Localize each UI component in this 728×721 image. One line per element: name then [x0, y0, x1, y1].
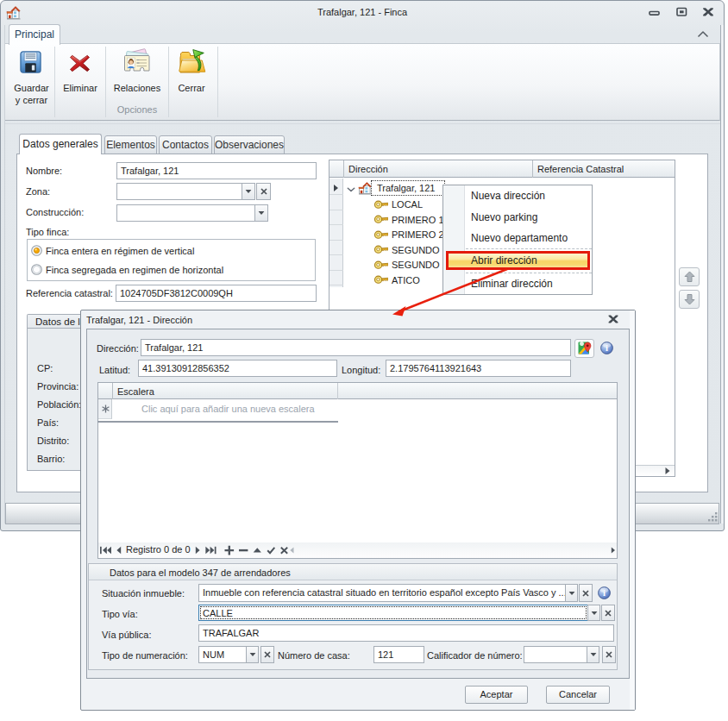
svg-text:i: i — [606, 343, 608, 353]
svg-text:i: i — [603, 588, 606, 598]
